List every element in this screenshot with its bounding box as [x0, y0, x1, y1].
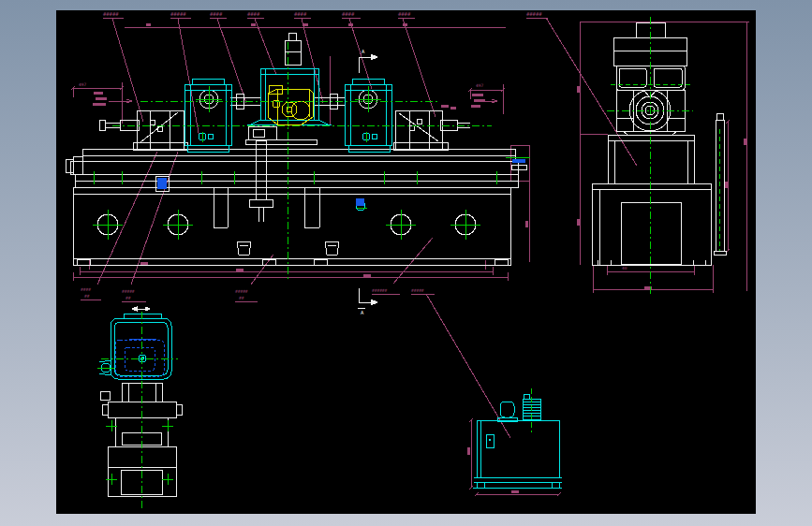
balloon-label: ##### — [411, 288, 424, 293]
balloon-label: #### — [81, 287, 91, 292]
balloon-label-sub: ## — [125, 296, 131, 300]
dimension-value: 40 — [622, 266, 627, 270]
balloon-label: #### — [210, 11, 223, 17]
balloon-label: #### — [342, 11, 355, 17]
balloon-label: #### — [294, 11, 307, 17]
balloon-label: #### — [247, 11, 260, 17]
balloon-label: ##### — [103, 11, 119, 17]
balloon-label: ##### — [235, 289, 248, 294]
valve-block — [356, 198, 364, 206]
balloon-label: ##### — [122, 289, 135, 294]
balloon-label: #### — [398, 11, 411, 17]
dimension-value: 497 — [79, 82, 86, 87]
balloon-label: ###### — [372, 288, 388, 293]
draw-rod-end — [512, 159, 525, 163]
balloon-label-sub: ## — [239, 296, 244, 300]
cad-viewer-frame: ##### ##### #### #### #### #### #### ###… — [0, 0, 812, 526]
balloon-label: ##### — [526, 11, 542, 17]
table-clamp — [157, 178, 167, 189]
balloon-label: ##### — [170, 11, 186, 17]
balloon-label-sub: ## — [84, 294, 90, 299]
dimension-value: 497 — [476, 83, 483, 88]
